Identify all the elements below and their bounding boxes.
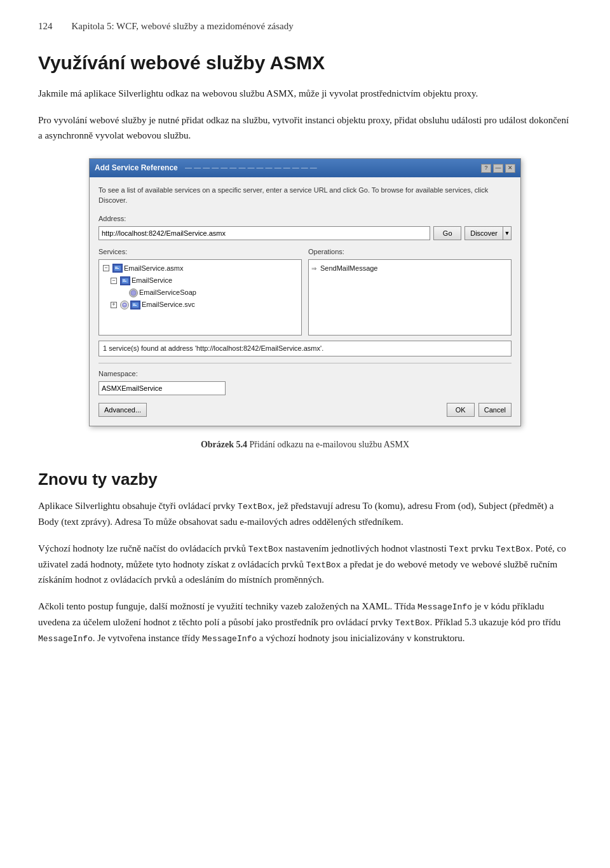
service-circle-icon	[120, 301, 129, 309]
operation-label: SendMailMessage	[320, 263, 378, 274]
svg-point-6	[131, 290, 136, 295]
operations-label: Operations:	[308, 247, 512, 257]
code-textbox3: TextBox	[496, 545, 531, 554]
code-textbox4: TextBox	[306, 560, 341, 570]
namespace-input[interactable]	[98, 381, 226, 395]
section-heading: Znovu ty vazby	[38, 470, 572, 489]
tree-label: EmailService.svc	[142, 299, 195, 310]
tree-label: EmailService	[132, 275, 172, 286]
operation-arrow-icon: ⇒	[311, 264, 316, 274]
figure-number: Obrázek 5.4	[201, 440, 247, 449]
tree-label: EmailService.asmx	[124, 263, 184, 274]
service-icon	[130, 301, 140, 309]
code-messageinfo: MessageInfo	[417, 602, 472, 612]
paragraph-1: Aplikace Silverlightu obsahuje čtyři ovl…	[38, 498, 572, 529]
expand-icon: +	[111, 302, 117, 308]
dialog-footer: Advanced... OK Cancel	[98, 403, 512, 417]
services-tree: − EmailService.asmx −	[99, 260, 301, 313]
close-button[interactable]: ✕	[505, 164, 515, 173]
tree-label: EmailServiceSoap	[139, 287, 196, 298]
svg-rect-5	[123, 281, 126, 281]
operation-item-sendmail[interactable]: ⇒ SendMailMessage	[311, 262, 508, 275]
services-section: Services: − EmailService.asmx	[98, 247, 302, 336]
page-number: 124	[38, 19, 53, 34]
second-paragraph: Pro vyvolání webové služby je nutné přid…	[38, 112, 572, 143]
code-textbox2: TextBox	[248, 545, 283, 554]
advanced-button[interactable]: Advanced...	[98, 403, 147, 417]
address-label: Address:	[98, 214, 512, 224]
footer-left: Advanced...	[98, 403, 147, 417]
code-textbox: TextBox	[238, 502, 273, 512]
collapse-icon: −	[103, 265, 109, 271]
tree-item-emailservice-asmx[interactable]: − EmailService.asmx	[102, 262, 299, 275]
dialog-container: Add Service Reference — — — — — — — — — …	[38, 158, 572, 426]
tree-item-emailservice[interactable]: − EmailService	[102, 275, 299, 287]
dialog-info-text: To see a list of available services on a…	[98, 185, 512, 206]
services-panel: − EmailService.asmx −	[98, 259, 302, 336]
svg-rect-11	[133, 305, 137, 306]
dialog-title: Add Service Reference — — — — — — — — — …	[95, 162, 317, 174]
dialog-titlebar: Add Service Reference — — — — — — — — — …	[90, 159, 520, 177]
soap-icon	[129, 288, 138, 297]
service-icon	[120, 276, 130, 285]
namespace-label: Namespace:	[98, 369, 512, 379]
cancel-button[interactable]: Cancel	[478, 403, 512, 417]
svg-rect-8	[124, 304, 126, 305]
code-textbox5: TextBox	[395, 618, 430, 628]
ok-button[interactable]: OK	[447, 403, 475, 417]
svg-rect-4	[123, 280, 125, 280]
discover-button[interactable]: Discover	[464, 226, 503, 240]
services-operations-area: Services: − EmailService.asmx	[98, 247, 512, 336]
service-icon	[112, 264, 123, 273]
svg-rect-10	[133, 304, 135, 304]
paragraph-3: Ačkoli tento postup funguje, další možno…	[38, 599, 572, 646]
main-heading: Využívání webové služby ASMX	[38, 51, 572, 74]
address-row: Go Discover ▼	[98, 226, 512, 240]
add-service-reference-dialog: Add Service Reference — — — — — — — — — …	[89, 158, 521, 426]
status-bar: 1 service(s) found at address 'http://lo…	[98, 341, 512, 356]
code-messageinfo3: MessageInfo	[202, 634, 257, 644]
operations-section: Operations: ⇒ SendMailMessage	[308, 247, 512, 336]
address-input[interactable]	[98, 226, 430, 240]
minimize-button[interactable]: —	[493, 164, 503, 173]
figure-caption: Obrázek 5.4 Přidání odkazu na e-mailovou…	[38, 438, 572, 452]
discover-button-group: Discover ▼	[464, 226, 512, 240]
chapter-title: Kapitola 5: WCF, webové služby a mezidom…	[72, 19, 294, 34]
namespace-field-group: Namespace:	[98, 369, 512, 395]
titlebar-controls: ? — ✕	[481, 164, 515, 173]
address-field-group: Address: Go Discover ▼	[98, 214, 512, 240]
separator	[98, 363, 512, 363]
operations-panel: ⇒ SendMailMessage	[308, 259, 512, 336]
collapse-icon: −	[111, 278, 117, 284]
svg-rect-2	[115, 268, 119, 269]
figure-caption-text: Přidání odkazu na e-mailovou službu ASMX	[250, 440, 410, 449]
operations-list: ⇒ SendMailMessage	[309, 260, 511, 277]
footer-right: OK Cancel	[447, 403, 512, 417]
svg-rect-1	[115, 267, 118, 268]
dialog-body: To see a list of available services on a…	[90, 177, 520, 426]
tree-item-emailservice-svc[interactable]: + EmailService.svc	[102, 299, 299, 311]
code-text: Text	[449, 545, 469, 554]
go-button[interactable]: Go	[433, 226, 461, 240]
discover-dropdown-arrow[interactable]: ▼	[503, 226, 512, 240]
services-label: Services:	[98, 247, 302, 257]
page-header: 124 Kapitola 5: WCF, webové služby a mez…	[38, 19, 572, 34]
paragraph-2: Výchozí hodnoty lze ručně načíst do ovlá…	[38, 541, 572, 588]
intro-paragraph: Jakmile má aplikace Silverlightu odkaz n…	[38, 86, 572, 101]
code-messageinfo2: MessageInfo	[38, 634, 93, 644]
help-button[interactable]: ?	[481, 164, 491, 173]
tree-item-emailservicesoap[interactable]: EmailServiceSoap	[102, 287, 299, 299]
